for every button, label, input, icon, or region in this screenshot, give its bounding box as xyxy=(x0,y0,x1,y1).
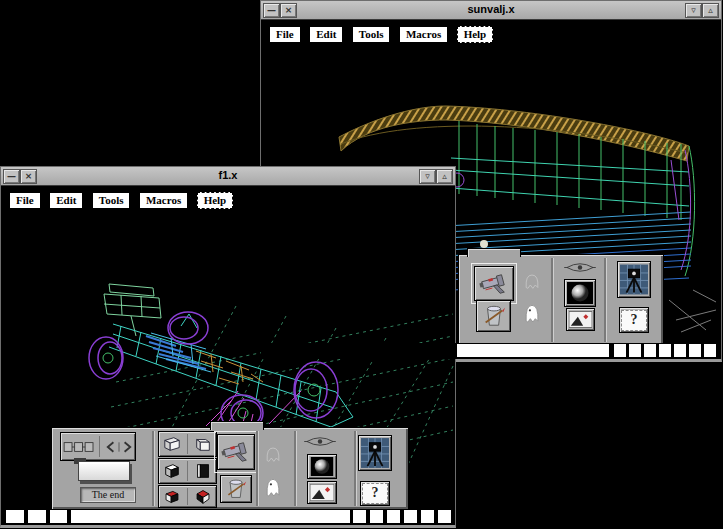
ghost-icon[interactable] xyxy=(521,299,543,325)
frame-slot[interactable] xyxy=(689,344,701,357)
divider xyxy=(187,488,188,505)
menubar-bus: File Edit Tools Macros Help xyxy=(269,24,497,43)
eye-ornament-icon[interactable] xyxy=(304,435,336,448)
frame-slot[interactable] xyxy=(644,344,656,357)
desktop: — × sunvalj.x ▿ ▵ File Edit Tools Macros… xyxy=(0,0,723,529)
frame-strip-f1 xyxy=(1,509,455,525)
active-tool-tab xyxy=(467,248,521,257)
ghost-outline-icon[interactable] xyxy=(521,269,543,291)
frame-slot[interactable] xyxy=(370,510,383,523)
frame-slot[interactable] xyxy=(28,510,46,523)
frame-slot[interactable] xyxy=(6,510,24,523)
menu-tools[interactable]: Tools xyxy=(352,26,391,43)
menu-macros[interactable]: Macros xyxy=(139,192,188,209)
ghost-outline-icon[interactable] xyxy=(262,442,284,464)
active-tool-tab xyxy=(210,421,264,430)
shade-button[interactable]: ▿ xyxy=(419,169,436,184)
material-mode-plate xyxy=(158,485,217,508)
frame-slot[interactable] xyxy=(421,510,434,523)
camera-button[interactable] xyxy=(617,261,651,298)
nav-arrows-icon[interactable] xyxy=(105,440,133,454)
red-top-cube-alt-icon[interactable] xyxy=(193,488,213,505)
maximize-button[interactable]: ▵ xyxy=(436,169,453,184)
camera-button[interactable] xyxy=(358,435,392,471)
menu-macros[interactable]: Macros xyxy=(399,26,448,43)
frame-slot[interactable] xyxy=(629,344,641,357)
frame-bar[interactable] xyxy=(71,510,350,523)
frame-slot[interactable] xyxy=(438,510,451,523)
help-button[interactable]: ? xyxy=(360,481,390,506)
menu-file[interactable]: File xyxy=(9,192,41,209)
help-button[interactable]: ? xyxy=(619,307,649,333)
frame-slot[interactable] xyxy=(353,510,366,523)
titlebar-f1[interactable]: — × f1.x ▿ ▵ xyxy=(1,167,455,186)
panel-divider xyxy=(354,431,357,506)
eye-ornament-icon[interactable] xyxy=(564,261,596,274)
wire-mode-plate xyxy=(158,431,217,457)
tool-gun-button[interactable] xyxy=(474,266,514,301)
wire-box-icon[interactable] xyxy=(193,435,213,453)
dark-slab-icon[interactable] xyxy=(193,462,213,480)
frame-slot[interactable] xyxy=(614,344,626,357)
frame-slot[interactable] xyxy=(387,510,400,523)
jar-button[interactable] xyxy=(220,475,252,503)
jar-pencil-icon xyxy=(225,477,247,501)
toolbox-bus: ? xyxy=(458,254,664,346)
frame-slot[interactable] xyxy=(659,344,671,357)
shade-button[interactable]: ▿ xyxy=(685,3,702,18)
frame-bar[interactable] xyxy=(457,344,609,357)
menu-tools[interactable]: Tools xyxy=(92,192,131,209)
menu-file[interactable]: File xyxy=(269,26,301,43)
camera-tripod-icon xyxy=(620,264,648,295)
divider xyxy=(187,461,188,480)
shaded-sphere-icon xyxy=(567,282,593,304)
help-note-icon: ? xyxy=(621,310,647,331)
frame-slot[interactable] xyxy=(704,344,716,357)
wire-cube-icon[interactable] xyxy=(162,435,182,453)
menu-edit[interactable]: Edit xyxy=(49,192,83,209)
toolbox-f1: The end xyxy=(51,427,409,510)
solid-cube-icon[interactable] xyxy=(162,462,182,480)
camera-tripod-icon xyxy=(361,438,389,468)
panel-divider xyxy=(294,431,297,506)
menu-edit[interactable]: Edit xyxy=(309,26,343,43)
divider xyxy=(99,436,100,458)
anim-controls-plate xyxy=(60,432,136,461)
help-note-icon: ? xyxy=(362,483,388,504)
scene-image-icon xyxy=(569,311,592,328)
frame-label: The end xyxy=(80,487,136,503)
ghost-icon[interactable] xyxy=(262,473,284,499)
red-top-cube-icon[interactable] xyxy=(162,488,182,505)
panel-divider xyxy=(256,431,259,506)
shaded-sphere-button[interactable] xyxy=(564,279,596,307)
divider xyxy=(187,434,188,453)
scene-image-button[interactable] xyxy=(307,481,337,504)
menubar-f1: File Edit Tools Macros Help xyxy=(9,190,237,209)
panel-divider xyxy=(551,258,554,342)
jar-pencil-icon xyxy=(482,303,506,329)
panel-divider xyxy=(604,258,607,342)
timeline-slider[interactable] xyxy=(78,461,130,481)
menu-help[interactable]: Help xyxy=(457,26,494,43)
scene-image-button[interactable] xyxy=(566,308,595,331)
tool-gun-icon xyxy=(220,438,252,466)
jar-button[interactable] xyxy=(476,300,511,332)
shaded-sphere-icon xyxy=(310,457,334,476)
panel-divider xyxy=(152,431,155,506)
shaded-sphere-button[interactable] xyxy=(307,454,337,479)
tool-gun-icon xyxy=(478,270,510,298)
frame-slot[interactable] xyxy=(674,344,686,357)
frame-slot[interactable] xyxy=(404,510,417,523)
maximize-button[interactable]: ▵ xyxy=(702,3,719,18)
frame-slot[interactable] xyxy=(50,510,67,523)
window-title: f1.x xyxy=(1,169,455,181)
tool-gun-button[interactable] xyxy=(217,434,255,470)
frame-strip-bus xyxy=(261,343,721,359)
menu-help[interactable]: Help xyxy=(197,192,234,209)
solid-mode-plate xyxy=(158,458,217,484)
film-strip-icon[interactable] xyxy=(63,440,95,454)
scene-image-icon xyxy=(310,484,334,501)
window-title: sunvalj.x xyxy=(261,3,721,15)
titlebar-bus[interactable]: — × sunvalj.x ▿ ▵ xyxy=(261,1,721,20)
